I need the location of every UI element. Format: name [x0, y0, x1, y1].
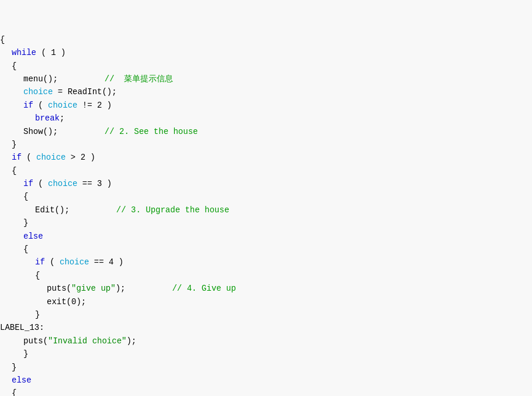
code-line: break; [0, 112, 525, 125]
comment: // 2. See the house [105, 125, 198, 138]
line-code: Show(); [23, 125, 58, 138]
token: } [12, 140, 16, 149]
code-line: while ( 1 ) [0, 46, 525, 59]
line-code: Edit(); [35, 204, 70, 216]
token: { [12, 388, 16, 396]
token: "Invalid choice" [48, 336, 126, 346]
token: choice [48, 179, 77, 188]
line-code: else [23, 230, 43, 243]
token: LABEL_13: [0, 323, 44, 332]
token: else [23, 232, 43, 241]
line-code: { [12, 164, 16, 177]
line-code: LABEL_13: [0, 321, 44, 334]
line-code: exit(0); [47, 295, 86, 308]
code-line: puts("Invalid choice"); [0, 335, 525, 347]
token: { [12, 166, 16, 175]
code-line: } [0, 216, 525, 229]
line-code: if ( choice == 4 ) [35, 256, 123, 268]
token: if [35, 257, 45, 267]
token: choice [36, 153, 65, 162]
line-code: menu(); [23, 73, 58, 85]
line-code: puts("Invalid choice"); [23, 335, 136, 347]
token: ( 1 ) [36, 48, 65, 57]
code-line: LABEL_13: [0, 321, 525, 334]
token: menu [23, 74, 43, 84]
comment: // 菜单提示信息 [105, 73, 174, 85]
code-line: { [0, 164, 525, 177]
token: != 2 ) [77, 101, 112, 110]
line-code: if ( choice > 2 ) [12, 151, 95, 164]
token: choice [60, 257, 89, 267]
line-code: } [35, 308, 40, 321]
line-code: puts("give up"); [47, 282, 125, 295]
token: ); [126, 336, 136, 346]
token: { [0, 35, 5, 44]
line-code: } [23, 216, 28, 229]
token: { [23, 192, 28, 201]
code-line: { [0, 387, 525, 396]
token: ( [22, 153, 36, 162]
token: { [35, 271, 40, 280]
token: == 3 ) [77, 179, 112, 188]
code-line: puts("give up");// 4. Give up [0, 282, 525, 295]
token: ); [116, 284, 126, 293]
token: puts( [23, 336, 48, 346]
line-code: choice = ReadInt(); [23, 85, 117, 98]
token: } [23, 218, 28, 228]
line-code: { [23, 190, 28, 203]
token: ( [33, 179, 48, 188]
comment: // 3. Upgrade the house [116, 204, 229, 216]
token: break [35, 113, 60, 123]
token: } [23, 349, 28, 359]
line-code: { [35, 269, 40, 282]
code-line: } [0, 347, 525, 360]
token: ( [33, 101, 48, 110]
code-line: { [0, 269, 525, 282]
code-block: {while ( 1 ){menu();// 菜单提示信息choice = Re… [0, 5, 532, 396]
token: { [23, 245, 28, 254]
comment: // 4. Give up [172, 282, 236, 295]
token: choice [23, 87, 53, 97]
code-line: if ( choice == 3 ) [0, 177, 525, 190]
line-code: } [12, 138, 16, 151]
token: if [23, 101, 33, 110]
code-line: Show();// 2. See the house [0, 125, 525, 138]
token: exit(0); [47, 297, 86, 307]
token: == 4 ) [89, 257, 123, 267]
line-code: } [23, 347, 28, 360]
line-code: while ( 1 ) [12, 46, 65, 59]
token: (); [55, 205, 70, 215]
line-code: { [12, 387, 16, 396]
token: = ReadInt(); [53, 87, 116, 97]
token: (); [43, 127, 58, 136]
token: ( [45, 257, 60, 267]
code-line: Edit();// 3. Upgrade the house [0, 204, 525, 216]
line-code: if ( choice == 3 ) [23, 177, 112, 190]
code-line: else [0, 230, 525, 243]
code-line: } [0, 361, 525, 374]
token: ; [60, 113, 64, 123]
code-line: if ( choice == 4 ) [0, 256, 525, 268]
line-code: { [0, 33, 5, 46]
token: } [35, 310, 40, 319]
token: { [12, 61, 16, 71]
token: if [23, 179, 33, 188]
token: Show [23, 127, 43, 136]
token: puts( [47, 284, 71, 293]
code-container: {while ( 1 ){menu();// 菜单提示信息choice = Re… [0, 0, 532, 396]
token: Edit [35, 205, 55, 215]
code-line: { [0, 60, 525, 73]
line-code: else [12, 374, 32, 387]
code-line: { [0, 243, 525, 256]
token: while [12, 48, 36, 57]
line-code: } [12, 361, 16, 374]
line-code: break; [35, 112, 64, 125]
token: choice [48, 101, 77, 110]
line-code: { [23, 243, 28, 256]
code-line: if ( choice != 2 ) [0, 99, 525, 112]
line-code: if ( choice != 2 ) [23, 99, 112, 112]
code-line: menu();// 菜单提示信息 [0, 73, 525, 85]
code-line: exit(0); [0, 295, 525, 308]
code-line: choice = ReadInt(); [0, 85, 525, 98]
token: (); [43, 74, 58, 84]
